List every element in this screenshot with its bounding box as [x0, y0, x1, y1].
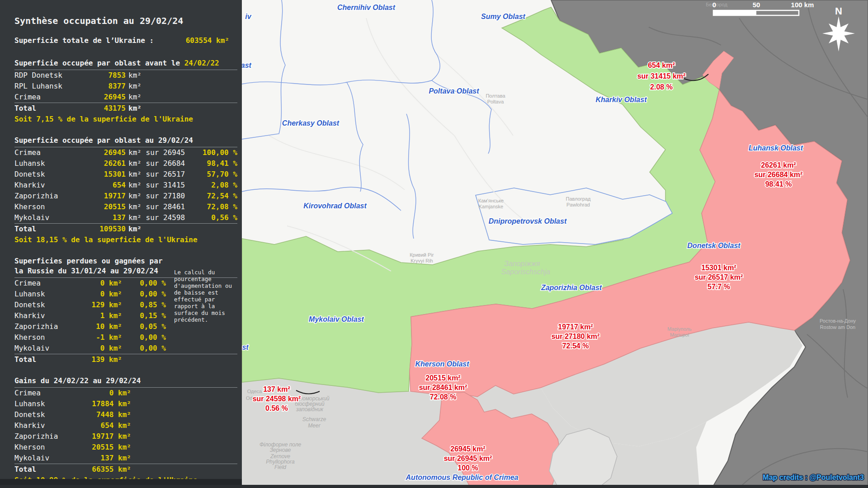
section-gains: Gains du 24/02/22 au 29/02/24 Crimea 0 k…	[14, 376, 237, 486]
svg-text:sur 26945 km²: sur 26945 km²	[444, 455, 492, 462]
scale-tick-100: 100 km	[791, 1, 814, 9]
section-header: Superficie occupée par oblast au 29/02/2…	[14, 136, 237, 147]
sea-label: Meer	[308, 422, 321, 429]
compass-north-label: N	[835, 5, 842, 17]
city-label: Kryvyi Rih	[410, 258, 433, 263]
city-label: Кам'янське	[478, 198, 504, 203]
table-row: Luhansk 17884 km²	[14, 399, 237, 409]
total-row: Total 139 km²	[14, 354, 237, 365]
city-label: Запоріжжя	[504, 260, 540, 267]
svg-text:100 %: 100 %	[458, 464, 478, 472]
oblast-label-mykolaiv: Mykolaiv Oblast	[309, 315, 364, 323]
oblast-label-partial: Oblast	[242, 61, 252, 69]
map-canvas[interactable]: Запоріжжя Saporischschja Полтава Poltava…	[242, 0, 868, 488]
svg-text:sur 27180 km²: sur 27180 km²	[552, 333, 600, 340]
table-row: Kharkiv 654 km²	[14, 420, 237, 431]
oblast-label-dnipropetrovsk: Dnipropetrovsk Oblast	[489, 217, 567, 225]
table-row: Mykolaiv 137 km²	[14, 453, 237, 464]
city-label: Rostow am Don	[820, 324, 855, 330]
ukraine-total-area: Superficie totale de l’Ukraine : 603554 …	[14, 36, 237, 45]
sea-label: Зернове	[270, 447, 291, 453]
oblast-label-kirovohrad: Kirovohrad Oblast	[303, 202, 367, 210]
table-row: Kharkiv 654 km² sur 31415 2,08 %	[14, 180, 237, 191]
table-row: Donetsk 15301 km² sur 26517 57,70 %	[14, 169, 237, 180]
table-row: RDP Donetsk 7853 km²	[14, 70, 237, 81]
svg-text:19717 km²: 19717 km²	[558, 323, 593, 331]
svg-text:137 km²: 137 km²	[263, 385, 290, 393]
svg-text:sur 28461 km²: sur 28461 km²	[419, 384, 467, 391]
city-label: Одеса	[247, 389, 262, 394]
table-row: Crimea 26945 km²	[14, 92, 237, 103]
svg-text:98.41 %: 98.41 %	[765, 180, 792, 188]
oblast-label-chernihiv: Chernihiv Oblast	[337, 4, 396, 11]
svg-text:72.08 %: 72.08 %	[430, 393, 457, 401]
table-row: Mykolaiv 137 km² sur 24598 0,56 %	[14, 212, 237, 223]
section-before-invasion: Superficie occupée par oblast avant le 2…	[14, 58, 237, 125]
svg-text:sur 31415 km²: sur 31415 km²	[637, 72, 686, 80]
table-row: Kherson 20515 km²	[14, 442, 237, 453]
svg-text:sur 26517 km²: sur 26517 km²	[695, 273, 743, 281]
section-current-occupation: Superficie occupée par oblast au 29/02/2…	[14, 136, 237, 245]
city-label: Saporischschja	[501, 268, 551, 276]
svg-text:654 km²: 654 km²	[648, 61, 675, 69]
total-area-value: 603554 km²	[186, 36, 237, 45]
oblast-label-poltava: Poltava Oblast	[429, 87, 479, 95]
table-row: Zaporizhia 19717 km²	[14, 431, 237, 442]
share-note: Soit 7,15 % de la superficie de l'Ukrain…	[14, 114, 237, 125]
svg-text:2.08 %: 2.08 %	[650, 83, 673, 91]
oblast-label-zaporizhia: Zaporizhia Oblast	[541, 284, 602, 291]
total-row: Total 43175 km²	[14, 103, 237, 114]
table-row: Crimea 0 km²	[14, 388, 237, 399]
city-label: Кривий Ріг	[410, 252, 434, 258]
oblast-label-cherkasy: Cherkasy Oblast	[282, 119, 340, 127]
svg-text:72.54 %: 72.54 %	[562, 342, 589, 350]
oblast-label-partial: blast	[242, 343, 249, 351]
table-row: RPL Luhansk 8377 km²	[14, 81, 237, 92]
city-label: Kamjanske	[479, 204, 503, 209]
sea-label: заповідник	[296, 406, 324, 413]
oblast-label-crimea: Autonomous Republic of Crimea	[406, 474, 519, 481]
total-row: Total 109530 km²	[14, 223, 237, 235]
section-header: Superficie occupée par oblast avant le 2…	[14, 58, 237, 70]
oblast-label-kharkiv: Kharkiv Oblast	[596, 96, 647, 103]
total-area-label: Superficie totale de l’Ukraine :	[14, 36, 154, 45]
city-label: Mariupol	[670, 332, 689, 338]
city-label: Poltava	[487, 99, 505, 104]
oblast-label-donetsk: Donetsk Oblast	[687, 242, 741, 249]
city-label: Маріуполь	[667, 326, 692, 332]
page-title: Synthèse occupation au 29/02/24	[14, 15, 237, 26]
map-credits: Map credits : @Pouletvolant3	[763, 474, 864, 481]
svg-text:15301 km²: 15301 km²	[701, 264, 736, 272]
table-row: Donetsk 7448 km²	[14, 409, 237, 420]
section-monthly-change: Superficies perdues ou gagnées par la Ru…	[14, 256, 237, 365]
stats-panel: Synthèse occupation au 29/02/24 Superfic…	[0, 0, 242, 488]
oblast-label-kherson: Kherson Oblast	[415, 360, 469, 368]
svg-text:26945 km²: 26945 km²	[450, 445, 485, 453]
share-note: Soit 18,15 % de la superficie de l'Ukrai…	[14, 235, 237, 245]
section-header-line1: Superficies perdues ou gagnées par	[14, 256, 237, 266]
city-label: Полтава	[486, 93, 505, 99]
oblast-label-luhansk: Luhansk Oblast	[749, 144, 803, 152]
svg-text:sur 26684 km²: sur 26684 km²	[755, 171, 803, 178]
table-row: Luhansk 26261 km² sur 26684 98,41 %	[14, 158, 237, 169]
city-label: Павлоград	[566, 196, 591, 202]
scale-tick-0: 0	[712, 1, 716, 9]
svg-text:sur 24598 km²: sur 24598 km²	[253, 395, 301, 403]
svg-text:0.56 %: 0.56 %	[265, 404, 288, 412]
sea-label: Schwarze	[302, 416, 326, 422]
city-label: Ростов-на-Дону	[820, 318, 856, 324]
occupation-dashboard: Synthèse occupation au 29/02/24 Superfic…	[0, 0, 868, 488]
method-note: Le calcul du pourcentage d'augmentation …	[174, 269, 237, 323]
table-row: Crimea 26945 km² sur 26945 100,00 %	[14, 147, 237, 158]
section-header: Gains du 24/02/22 au 29/02/24	[14, 376, 237, 388]
oblast-label-sumy: Sumy Oblast	[481, 13, 525, 20]
city-label: Белгород	[706, 2, 727, 7]
svg-text:26261 km²: 26261 km²	[761, 161, 796, 169]
oblast-label-partial: iv	[245, 13, 251, 20]
bottom-strip	[0, 485, 868, 488]
svg-text:57.7 %: 57.7 %	[708, 283, 730, 291]
table-row: Mykolaiv 0 km² 0,00 %	[14, 343, 237, 354]
city-label: Pawlohrad	[566, 202, 590, 207]
sea-label: Field	[274, 464, 286, 470]
table-row: Kherson -1 km² 0,00 %	[14, 332, 237, 343]
